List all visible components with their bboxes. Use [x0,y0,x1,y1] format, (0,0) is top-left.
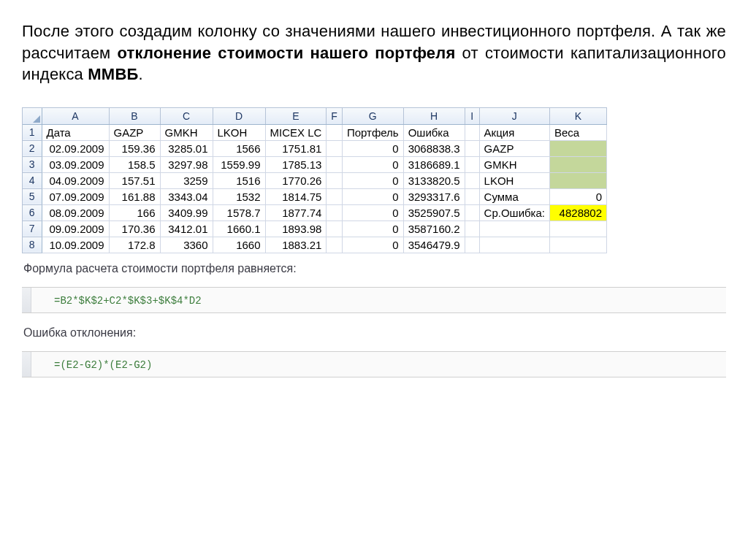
cell[interactable]: 3546479.9 [403,237,465,253]
col-head-I[interactable]: I [465,108,479,124]
cell[interactable]: 159.36 [109,140,160,156]
cell[interactable]: 1893.98 [265,220,327,237]
cell[interactable]: 03.09.2009 [42,156,109,172]
cell[interactable]: 1751.81 [265,140,327,156]
col-head-J[interactable]: J [479,108,549,124]
cell[interactable]: Веса [550,124,607,140]
cell[interactable]: 1770.26 [265,172,327,188]
cell[interactable]: 166 [109,204,160,220]
col-head-D[interactable]: D [213,108,265,124]
cell[interactable] [327,172,343,188]
cell[interactable]: 3412.01 [160,220,213,237]
spreadsheet-grid[interactable]: A B C D E F G H I J K 1 Дата GAZP GMKH L… [23,108,607,253]
cell[interactable]: 1877.74 [265,204,327,220]
cell[interactable]: 08.09.2009 [42,204,109,220]
cell[interactable]: 0 [342,220,403,237]
cell[interactable]: 1785.13 [265,156,327,172]
cell[interactable]: 1814.75 [265,188,327,204]
cell[interactable]: Акция [479,124,549,140]
cell[interactable] [465,237,479,253]
cell[interactable]: 1578.7 [213,204,265,220]
cell[interactable]: Сумма [479,188,549,204]
row-head-7[interactable]: 7 [23,220,42,237]
cell[interactable]: 172.8 [109,237,160,253]
cell[interactable]: 0 [342,156,403,172]
cell[interactable] [327,220,343,237]
cell[interactable] [550,156,607,172]
col-head-F[interactable]: F [327,108,343,124]
cell[interactable] [327,204,343,220]
cell[interactable]: 161.88 [109,188,160,204]
cell[interactable]: 1559.99 [213,156,265,172]
cell[interactable]: 1883.21 [265,237,327,253]
cell[interactable] [465,156,479,172]
cell[interactable] [465,172,479,188]
col-head-E[interactable]: E [265,108,327,124]
cell[interactable]: 1516 [213,172,265,188]
cell[interactable]: 1660.1 [213,220,265,237]
cell[interactable] [479,220,549,237]
cell[interactable] [465,140,479,156]
cell[interactable]: 3343.04 [160,188,213,204]
cell[interactable] [479,237,549,253]
cell[interactable] [465,204,479,220]
cell[interactable]: Ср.Ошибка: [479,204,549,220]
cell[interactable]: 3360 [160,237,213,253]
cell[interactable]: 4828802 [550,204,607,220]
cell[interactable] [550,220,607,237]
cell[interactable]: 0 [342,172,403,188]
cell[interactable]: 3068838.3 [403,140,465,156]
col-head-A[interactable]: A [42,108,109,124]
cell[interactable]: Портфель [342,124,403,140]
row-head-8[interactable]: 8 [23,237,42,253]
row-head-2[interactable]: 2 [23,140,42,156]
row-head-3[interactable]: 3 [23,156,42,172]
cell[interactable]: 1532 [213,188,265,204]
cell[interactable]: GAZP [109,124,160,140]
cell[interactable]: 3293317.6 [403,188,465,204]
cell[interactable] [550,140,607,156]
cell[interactable]: 3186689.1 [403,156,465,172]
cell[interactable]: 04.09.2009 [42,172,109,188]
cell[interactable] [465,188,479,204]
cell[interactable] [550,237,607,253]
row-head-6[interactable]: 6 [23,204,42,220]
col-head-H[interactable]: H [403,108,465,124]
cell[interactable]: 10.09.2009 [42,237,109,253]
cell[interactable]: 0 [550,188,607,204]
cell[interactable] [327,124,343,140]
cell[interactable]: 3297.98 [160,156,213,172]
cell[interactable]: GAZP [479,140,549,156]
cell[interactable]: 07.09.2009 [42,188,109,204]
cell[interactable]: 157.51 [109,172,160,188]
cell[interactable]: GMKH [160,124,213,140]
col-head-K[interactable]: K [550,108,607,124]
cell[interactable]: 0 [342,188,403,204]
cell[interactable]: Дата [42,124,109,140]
cell[interactable]: 0 [342,237,403,253]
cell[interactable]: 3285.01 [160,140,213,156]
cell[interactable]: 09.09.2009 [42,220,109,237]
cell[interactable]: 0 [342,140,403,156]
cell[interactable]: 170.36 [109,220,160,237]
row-head-5[interactable]: 5 [23,188,42,204]
row-head-1[interactable]: 1 [23,124,42,140]
cell[interactable]: Ошибка [403,124,465,140]
cell[interactable]: 3409.99 [160,204,213,220]
cell[interactable]: 3133820.5 [403,172,465,188]
cell[interactable]: LKOH [479,172,549,188]
cell[interactable] [327,140,343,156]
select-all-corner[interactable] [23,108,42,124]
cell[interactable]: 0 [342,204,403,220]
cell[interactable]: 3259 [160,172,213,188]
cell[interactable]: MICEX LC [265,124,327,140]
cell[interactable]: GMKH [479,156,549,172]
cell[interactable] [327,188,343,204]
col-head-G[interactable]: G [342,108,403,124]
cell[interactable]: 1660 [213,237,265,253]
cell[interactable] [465,124,479,140]
cell[interactable] [465,220,479,237]
cell[interactable] [327,237,343,253]
cell[interactable]: LKOH [213,124,265,140]
cell[interactable] [327,156,343,172]
